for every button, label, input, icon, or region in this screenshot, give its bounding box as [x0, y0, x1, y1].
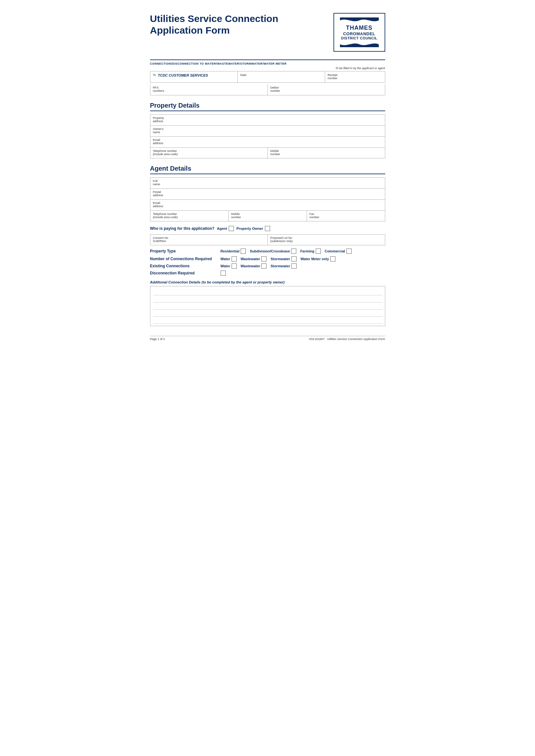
logo-thames: THAMES [346, 25, 373, 31]
form-subtitle: CONNECTION/DISCONNECTION TO WATER/WASTEW… [150, 62, 385, 65]
postal-address-field: Postaladdress [151, 189, 385, 200]
debtor-field: Debtor number [268, 84, 385, 95]
footer: Page 1 of 2 V04-201607 Utilities Service… [150, 336, 385, 341]
additional-box[interactable] [150, 286, 385, 326]
property-address-field: Propertyaddress [151, 115, 385, 125]
farming-checkbox[interactable] [316, 249, 321, 254]
title-line1: Utilities Service Connection [150, 13, 278, 24]
receipt-field: Receipt number [325, 71, 385, 82]
agent-mobile-label: Mobile number [231, 212, 304, 219]
full-name-row: Fullname [150, 177, 385, 188]
disconnection-row: Disconnection Required [150, 271, 385, 276]
wastewater-conn-checkbox[interactable] [261, 256, 267, 261]
additional-line-5 [153, 317, 382, 324]
agent-mobile-field: Mobile number [229, 211, 307, 221]
existing-wastewater-option[interactable]: Wastewater [241, 263, 267, 269]
existing-stormwater-checkbox[interactable] [292, 263, 296, 269]
consent-cell: Consent No SUB/RMA [151, 235, 268, 245]
top-divider [150, 60, 385, 60]
to-field: To TCDC CUSTOMER SERVICES [151, 71, 238, 82]
water-meter-only-checkbox[interactable] [330, 256, 335, 261]
existing-connections-options: Water Wastewater Stormwater [221, 263, 385, 269]
existing-water-checkbox[interactable] [232, 263, 237, 269]
version-doc: V04-201607 Utilities Service Connection … [309, 338, 385, 341]
email-address-field: Emailaddress [151, 137, 385, 148]
logo-wave-bottom [338, 41, 381, 47]
proposed-lot-label: Proposed Lot No (subdivision only) [270, 236, 382, 243]
telephone-field: Telephone number (include area code) [151, 148, 268, 158]
existing-water-option[interactable]: Water [221, 263, 237, 269]
stormwater-conn-checkbox[interactable] [292, 256, 296, 261]
agent-fields: Fullname Postaladdress Emailaddress Tele… [150, 177, 385, 221]
existing-wastewater-label: Wastewater [241, 264, 260, 268]
residential-checkbox[interactable] [241, 249, 246, 254]
water-conn-option[interactable]: Water [221, 256, 237, 261]
agent-checkbox[interactable] [229, 226, 234, 231]
stormwater-conn-label: Stormwater [270, 257, 290, 261]
postal-address-label: Postaladdress [153, 190, 382, 197]
existing-water-label: Water [221, 264, 230, 268]
water-meter-only-option[interactable]: Water Meter only [300, 256, 335, 261]
subdivision-option[interactable]: Subdivision/Crosslease [250, 249, 296, 254]
connections-required-options: Water Wastewater Stormwater Water Meter … [221, 256, 385, 261]
payment-question: Who is paying for this application? [150, 226, 214, 231]
water-conn-label: Water [221, 257, 230, 261]
disconnection-checkbox[interactable] [221, 271, 226, 276]
to-label: To [153, 73, 156, 77]
subdivision-label: Subdivision/Crosslease [250, 249, 290, 253]
email-address-label: Emailaddress [153, 138, 382, 145]
debtor-label: Debtor number [270, 86, 382, 93]
agent-email-row: Emailaddress [150, 200, 385, 210]
property-owner-checkbox[interactable] [265, 226, 270, 231]
property-fields: Propertyaddress Owner'sname Emailaddress… [150, 114, 385, 158]
commercial-option[interactable]: Commercial [325, 249, 352, 254]
header-title: Utilities Service Connection Application… [150, 13, 278, 36]
existing-wastewater-checkbox[interactable] [261, 263, 267, 269]
water-conn-checkbox[interactable] [232, 256, 237, 261]
fill-note: To be filled in by the applicant or agen… [150, 67, 385, 70]
property-details-title: Property Details [150, 102, 385, 111]
additional-line-4 [153, 310, 382, 317]
commercial-label: Commercial [325, 249, 345, 253]
agent-checkbox-item[interactable]: Agent [217, 226, 234, 231]
additional-label: Additional Connection Details (to be com… [150, 280, 385, 284]
agent-checkbox-label: Agent [217, 227, 227, 230]
agent-email-label: Emailaddress [153, 202, 382, 208]
full-name-label: Fullname [153, 179, 382, 186]
stormwater-conn-option[interactable]: Stormwater [270, 256, 296, 261]
farming-label: Farming [300, 249, 314, 253]
full-name-field: Fullname [151, 178, 385, 188]
rfs-field: RFS numbers [151, 84, 268, 95]
connections-required-row: Number of Connections Required Water Was… [150, 256, 385, 261]
additional-section: Additional Connection Details (to be com… [150, 280, 385, 326]
date-label: Date [240, 73, 322, 77]
property-type-options: Residential Subdivision/Crosslease Farmi… [221, 249, 385, 254]
commercial-checkbox[interactable] [347, 249, 352, 254]
payment-section: Who is paying for this application? Agen… [150, 226, 385, 231]
logo-wave-top [338, 17, 381, 23]
date-field: Date [238, 71, 325, 82]
subdivision-checkbox[interactable] [291, 249, 296, 254]
postal-address-row: Postaladdress [150, 188, 385, 200]
additional-line-2 [153, 295, 382, 303]
residential-option[interactable]: Residential [221, 249, 246, 254]
title-line2: Application Form [150, 25, 230, 36]
wastewater-conn-option[interactable]: Wastewater [241, 256, 267, 261]
existing-connections-label: Existing Connections [150, 264, 218, 268]
owners-name-field: Owner'sname [151, 126, 385, 136]
property-type-label: Property Type [150, 249, 218, 254]
owners-name-label: Owner'sname [153, 127, 382, 134]
water-meter-only-label: Water Meter only [300, 257, 329, 261]
existing-stormwater-label: Stormwater [270, 264, 290, 268]
to-value: TCDC CUSTOMER SERVICES [158, 73, 208, 77]
mobile-field: Mobile number [268, 148, 385, 158]
rfs-label: RFS numbers [153, 86, 265, 93]
logo-district: DISTRICT COUNCIL [341, 36, 378, 40]
telephone-label: Telephone number (include area code) [153, 149, 265, 156]
existing-stormwater-option[interactable]: Stormwater [270, 263, 296, 269]
farming-option[interactable]: Farming [300, 249, 321, 254]
agent-fax-field: Fax number [307, 211, 385, 221]
phone-row: Telephone number (include area code) Mob… [150, 148, 385, 158]
top-fields-row2: RFS numbers Debtor number [150, 84, 385, 95]
property-owner-checkbox-item[interactable]: Property Owner [237, 226, 270, 231]
